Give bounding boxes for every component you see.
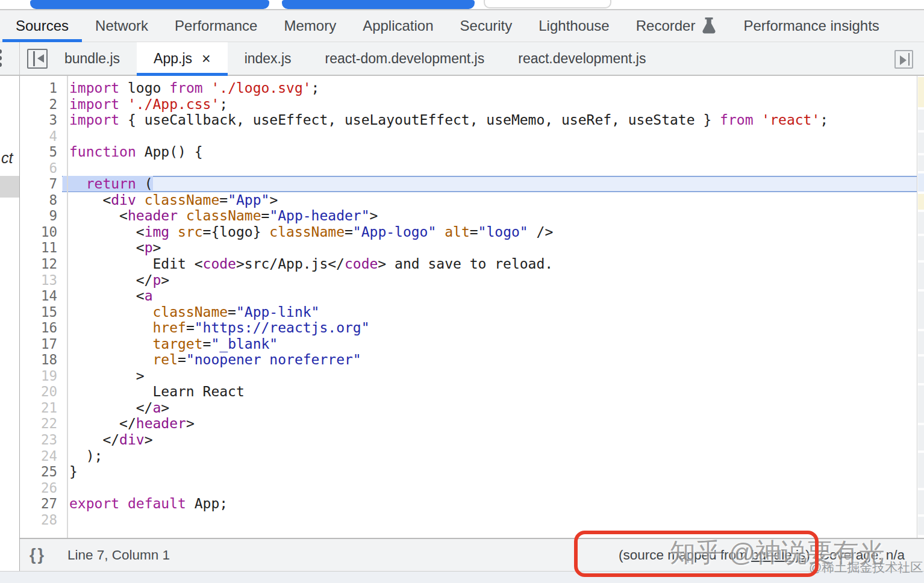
line-content[interactable]: [62, 160, 917, 176]
line-content[interactable]: href="https://reactjs.org": [62, 320, 917, 336]
open-more-tabs-icon[interactable]: [894, 50, 913, 69]
code-line-17[interactable]: 17 target="_blank": [20, 336, 917, 352]
code-line-20[interactable]: 20 Learn React: [20, 384, 917, 400]
line-content[interactable]: [62, 128, 917, 145]
line-content[interactable]: <img src={logo} className="App-logo" alt…: [62, 224, 917, 240]
line-number[interactable]: 16: [20, 320, 62, 336]
editor-scrollbar-markers[interactable]: [917, 76, 924, 538]
source-code-editor[interactable]: 1import logo from './logo.svg';2import '…: [20, 76, 917, 538]
line-content[interactable]: <a: [62, 288, 917, 304]
main-tab-security[interactable]: Security: [447, 10, 526, 42]
code-line-18[interactable]: 18 rel="noopener noreferrer": [20, 352, 917, 368]
line-content[interactable]: return (: [62, 176, 917, 192]
code-line-23[interactable]: 23 </div>: [20, 432, 917, 448]
code-line-26[interactable]: 26: [20, 480, 917, 496]
line-number[interactable]: 13: [20, 272, 62, 288]
line-number[interactable]: 1: [20, 80, 62, 96]
line-number[interactable]: 4: [20, 128, 62, 145]
line-number[interactable]: 7: [20, 176, 62, 192]
code-line-13[interactable]: 13 </p>: [20, 272, 917, 288]
line-content[interactable]: [62, 512, 917, 528]
line-content[interactable]: [62, 480, 917, 496]
line-content[interactable]: rel="noopener noreferrer": [62, 352, 917, 368]
line-content[interactable]: >: [62, 368, 917, 384]
line-number[interactable]: 27: [20, 496, 62, 512]
file-tab-react-dom-development-js[interactable]: react-dom.development.js: [308, 42, 502, 75]
code-line-1[interactable]: 1import logo from './logo.svg';: [20, 80, 917, 96]
line-number[interactable]: 21: [20, 400, 62, 416]
code-line-14[interactable]: 14 <a: [20, 288, 917, 304]
line-number[interactable]: 8: [20, 192, 62, 208]
navigator-selected-row[interactable]: [0, 176, 20, 198]
file-tab-App-js[interactable]: App.js×: [137, 42, 228, 75]
code-line-5[interactable]: 5function App() {: [20, 144, 917, 160]
main-tab-recorder[interactable]: Recorder: [623, 10, 731, 42]
code-line-27[interactable]: 27export default App;: [20, 496, 917, 512]
line-content[interactable]: export default App;: [62, 496, 917, 512]
line-number[interactable]: 28: [20, 512, 62, 528]
main-tab-application[interactable]: Application: [349, 10, 446, 42]
toggle-navigator-icon[interactable]: [27, 49, 48, 69]
pretty-print-icon[interactable]: {}: [30, 546, 46, 564]
code-line-9[interactable]: 9 <header className="App-header">: [20, 208, 917, 224]
line-number[interactable]: 18: [20, 352, 62, 368]
code-line-15[interactable]: 15 className="App-link": [20, 304, 917, 320]
line-number[interactable]: 22: [20, 416, 62, 432]
main-tab-sources[interactable]: Sources: [2, 10, 82, 42]
main-tab-lighthouse[interactable]: Lighthouse: [525, 10, 622, 42]
code-line-7[interactable]: 7 return (: [20, 176, 917, 192]
line-number[interactable]: 19: [20, 368, 62, 384]
line-content[interactable]: </a>: [62, 400, 917, 416]
line-number[interactable]: 26: [20, 480, 62, 496]
close-tab-icon[interactable]: ×: [202, 51, 211, 66]
code-line-28[interactable]: 28: [20, 512, 917, 528]
line-content[interactable]: import logo from './logo.svg';: [62, 80, 917, 96]
line-number[interactable]: 5: [20, 144, 62, 160]
line-content[interactable]: );: [62, 448, 917, 464]
line-number[interactable]: 11: [20, 240, 62, 256]
code-line-16[interactable]: 16 href="https://reactjs.org": [20, 320, 917, 336]
line-content[interactable]: }: [62, 464, 917, 480]
main-tab-performance[interactable]: Performance: [161, 10, 270, 42]
file-tab-index-js[interactable]: index.js: [228, 42, 308, 75]
main-tab-network[interactable]: Network: [82, 10, 161, 42]
code-line-10[interactable]: 10 <img src={logo} className="App-logo" …: [20, 224, 917, 240]
line-number[interactable]: 2: [20, 96, 62, 113]
line-content[interactable]: className="App-link": [62, 304, 917, 320]
line-number[interactable]: 14: [20, 288, 62, 304]
line-content[interactable]: import { useCallback, useEffect, useLayo…: [62, 112, 917, 128]
line-number[interactable]: 10: [20, 224, 62, 240]
code-line-4[interactable]: 4: [20, 128, 917, 145]
code-line-19[interactable]: 19 >: [20, 368, 917, 384]
line-number[interactable]: 17: [20, 336, 62, 352]
main-tab-memory[interactable]: Memory: [270, 10, 349, 42]
line-content[interactable]: Learn React: [62, 384, 917, 400]
line-number[interactable]: 24: [20, 448, 62, 464]
code-line-12[interactable]: 12 Edit <code>src/App.js</code> and save…: [20, 256, 917, 272]
line-number[interactable]: 9: [20, 208, 62, 224]
code-line-6[interactable]: 6: [20, 160, 917, 176]
line-content[interactable]: <p>: [62, 240, 917, 256]
line-number[interactable]: 23: [20, 432, 62, 448]
code-line-25[interactable]: 25}: [20, 464, 917, 480]
file-tab-bundle-js[interactable]: bundle.js: [48, 42, 137, 75]
code-line-3[interactable]: 3import { useCallback, useEffect, useLay…: [20, 112, 917, 128]
line-content[interactable]: function App() {: [62, 144, 917, 160]
main-tab-performance-insights[interactable]: Performance insights: [730, 10, 892, 42]
code-line-8[interactable]: 8 <div className="App">: [20, 192, 917, 208]
line-number[interactable]: 25: [20, 464, 62, 480]
line-content[interactable]: <header className="App-header">: [62, 208, 917, 224]
file-tab-react-development-js[interactable]: react.development.js: [501, 42, 663, 75]
line-content[interactable]: <div className="App">: [62, 192, 917, 208]
line-number[interactable]: 15: [20, 304, 62, 320]
line-content[interactable]: </p>: [62, 272, 917, 288]
line-content[interactable]: target="_blank": [62, 336, 917, 352]
code-line-21[interactable]: 21 </a>: [20, 400, 917, 416]
line-number[interactable]: 12: [20, 256, 62, 272]
line-content[interactable]: Edit <code>src/App.js</code> and save to…: [62, 256, 917, 272]
line-content[interactable]: import './App.css';: [62, 96, 917, 113]
line-content[interactable]: </header>: [62, 416, 917, 432]
line-content[interactable]: </div>: [62, 432, 917, 448]
code-line-2[interactable]: 2import './App.css';: [20, 96, 917, 113]
line-number[interactable]: 20: [20, 384, 62, 400]
